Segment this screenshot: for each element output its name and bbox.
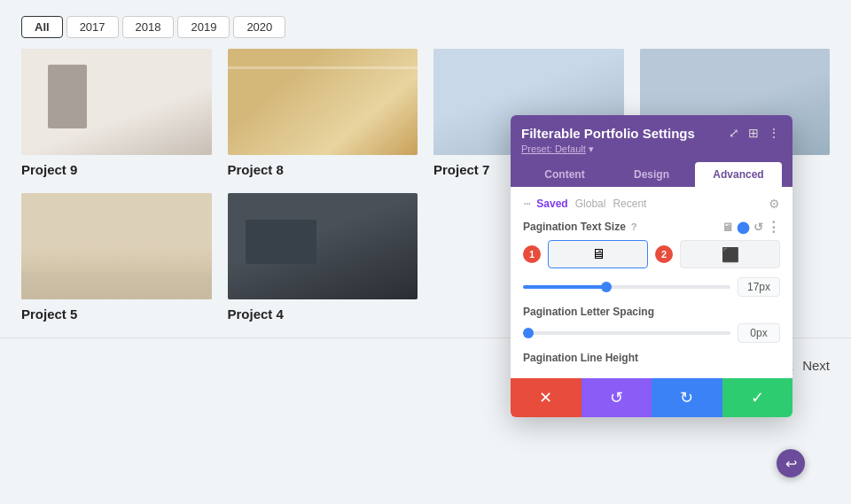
state-row: ··· Saved Global Recent ⚙ (523, 196, 780, 212)
state-dots: ··· (523, 196, 529, 212)
thumbnail-p4[interactable] (228, 193, 418, 299)
panel-columns-icon[interactable]: ⊞ (746, 124, 761, 142)
monitor-icon: 🖥 (591, 246, 605, 262)
thumbnail-p5[interactable] (21, 193, 212, 299)
thumbnail-p8[interactable] (228, 49, 418, 155)
preset-label: Preset: Default (521, 143, 586, 154)
tab-advanced[interactable]: Advanced (695, 162, 782, 187)
text-size-value[interactable] (738, 277, 780, 297)
text-size-slider-thumb[interactable] (601, 282, 612, 292)
tablet-icon[interactable]: ⬤ (737, 221, 750, 234)
text-size-slider-fill (523, 285, 606, 289)
text-size-slider-track[interactable] (523, 285, 730, 289)
help-icon[interactable]: ? (631, 221, 637, 232)
state-recent[interactable]: Recent (613, 198, 646, 210)
state-global[interactable]: Global (575, 198, 606, 210)
tab-content[interactable]: Content (521, 162, 608, 187)
portfolio-label-p8: Project 8 (228, 162, 418, 177)
list-item: Project 5 (21, 193, 212, 322)
thumb-art-p9 (21, 49, 212, 155)
portfolio-label-p4: Project 4 (228, 306, 418, 322)
save-button[interactable]: ✓ (722, 378, 793, 417)
panel-header: Filterable Portfolio Settings ⤢ ⊞ ⋮ Pres… (511, 115, 792, 187)
panel-tabs: Content Design Advanced (521, 162, 782, 187)
letter-spacing-value[interactable] (738, 323, 780, 343)
list-item: Project 9 (21, 49, 212, 177)
gear-icon[interactable]: ⚙ (769, 197, 780, 211)
panel-icon-row: ⤢ ⊞ ⋮ (727, 124, 782, 142)
panel-actions: ✕ ↺ ↻ ✓ (511, 378, 792, 417)
letter-spacing-label-row: Pagination Letter Spacing (523, 306, 780, 318)
settings-panel: Filterable Portfolio Settings ⤢ ⊞ ⋮ Pres… (511, 115, 792, 417)
filter-2018[interactable]: 2018 (122, 16, 175, 38)
device-cell-active[interactable]: 🖥 (548, 240, 648, 268)
letter-spacing-slider-track[interactable] (523, 331, 730, 335)
letter-spacing-slider-row (523, 323, 780, 343)
desktop-icon[interactable]: 🖥 (722, 221, 733, 234)
pagination-text-size-label-row: Pagination Text Size ? 🖥 ⬤ ↺ ⋮ (523, 219, 780, 235)
cancel-button[interactable]: ✕ (511, 378, 582, 417)
device-badge-row: 1 🖥 2 ⬛ (523, 240, 780, 268)
redo-button[interactable]: ↻ (652, 378, 722, 417)
letter-spacing-label: Pagination Letter Spacing (523, 306, 654, 318)
device-icons: 🖥 ⬤ ↺ ⋮ (722, 219, 780, 235)
filter-2019[interactable]: 2019 (177, 16, 230, 38)
panel-expand-icon[interactable]: ⤢ (727, 124, 741, 142)
panel-title: Filterable Portfolio Settings (521, 126, 695, 141)
pagination-text-size-label: Pagination Text Size (523, 221, 626, 233)
letter-spacing-slider-thumb[interactable] (523, 328, 534, 338)
filter-2017[interactable]: 2017 (66, 16, 119, 38)
reset-button[interactable]: ↺ (582, 378, 652, 417)
thumb-art-p4 (228, 193, 418, 299)
more-icon[interactable]: ⋮ (767, 219, 780, 235)
reset-icon[interactable]: ↺ (753, 221, 763, 234)
badge-2[interactable]: 2 (655, 245, 673, 263)
page-next[interactable]: Next (802, 358, 830, 373)
panel-preset[interactable]: Preset: Default ▾ (521, 143, 782, 155)
thumb-art-p8 (228, 49, 418, 155)
cursor-icon: ⬛ (722, 246, 739, 263)
filter-2020[interactable]: 2020 (233, 16, 285, 38)
list-item: Project 4 (228, 193, 418, 322)
line-height-label-row: Pagination Line Height (523, 352, 780, 364)
panel-more-icon[interactable]: ⋮ (766, 124, 782, 142)
portfolio-label-p5: Project 5 (21, 306, 212, 322)
portfolio-label-p9: Project 9 (21, 162, 212, 177)
filter-bar: All 2017 2018 2019 2020 (0, 0, 851, 49)
state-saved[interactable]: Saved (536, 198, 567, 210)
badge-1[interactable]: 1 (523, 245, 541, 263)
line-height-label: Pagination Line Height (523, 352, 638, 364)
text-size-slider-row (523, 277, 780, 297)
device-cell-2[interactable]: ⬛ (680, 240, 780, 268)
filter-all[interactable]: All (21, 16, 63, 38)
thumb-art-p5 (21, 193, 212, 299)
thumbnail-p9[interactable] (21, 49, 212, 155)
list-item: Project 8 (228, 49, 418, 177)
tab-design[interactable]: Design (608, 162, 695, 187)
floating-help-button[interactable]: ↩ (777, 449, 805, 477)
panel-body: ··· Saved Global Recent ⚙ Pagination Tex… (511, 187, 792, 378)
